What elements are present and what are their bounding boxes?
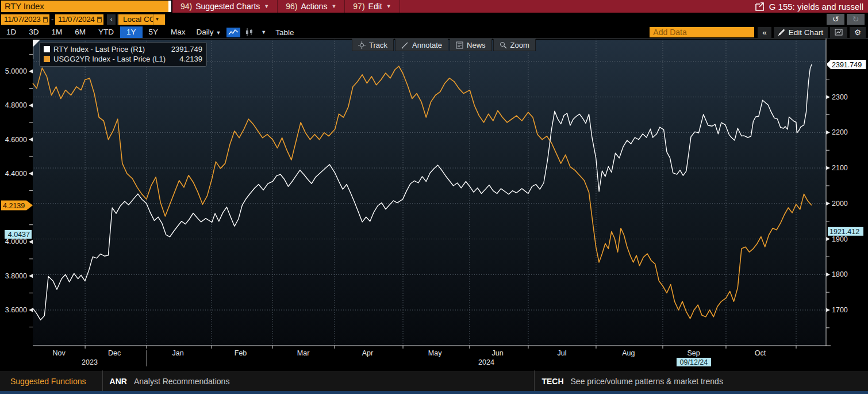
tab-1d[interactable]: 1D	[0, 26, 22, 38]
suggested-functions-bar: Suggested Functions ANR Analyst Recommen…	[0, 370, 868, 391]
chart-area[interactable]: 5.00004.80004.60004.40004.00003.80003.60…	[0, 38, 868, 368]
month-label: Mar	[297, 349, 310, 357]
add-data-input[interactable]: Add Data	[650, 27, 754, 37]
legend-row-rty: RTY Index - Last Price (R1) 2391.749	[44, 44, 202, 54]
currency-dropdown-arrow[interactable]: ▼	[153, 14, 161, 25]
left-axis-label: 3.8000	[5, 272, 27, 280]
right-axis-label: 2000	[832, 200, 848, 208]
right-tick-arrow	[826, 131, 830, 135]
menu-edit[interactable]: 97) Edit ▼	[345, 0, 400, 13]
chart-type-dropdown-arrow[interactable]: ▼	[258, 29, 270, 35]
collapse-panel-button[interactable]: «	[758, 27, 771, 38]
tracked-date-label: 09/12/24	[680, 358, 708, 366]
right-tick-arrow	[826, 308, 830, 312]
date-bar: 11/07/2023 - 11/07/2024 ‹ › Local CCY ▼ …	[0, 13, 868, 26]
right-tick-arrow	[826, 273, 830, 277]
usgg2yr-legend-label: USGG2YR Index - Last Price (L1)	[53, 55, 166, 63]
settings-button[interactable]: ⚙	[850, 27, 866, 38]
menu-label: Suggested Charts	[195, 2, 260, 11]
security-input[interactable]: RTY Index	[1, 1, 171, 12]
line-chart-type-button[interactable]	[226, 28, 240, 37]
tab-1m[interactable]: 1M	[45, 26, 69, 38]
menu-bar: 94) Suggested Charts ▼ 96) Actions ▼ 97)…	[172, 0, 868, 13]
month-label: Dec	[108, 349, 121, 357]
left-axis-label: 4.6000	[5, 136, 27, 144]
tab-max[interactable]: Max	[164, 26, 192, 38]
rty-last-price-value: 2391.749	[832, 61, 862, 69]
redo-icon: ↻	[852, 14, 859, 24]
tab-6m[interactable]: 6M	[68, 26, 92, 38]
left-axis-label: 5.0000	[5, 67, 27, 75]
annotate-pencil-icon	[401, 41, 409, 49]
track-button[interactable]: Track	[352, 39, 394, 51]
calendar-icon[interactable]	[43, 17, 48, 22]
start-date-field[interactable]: 11/07/2023	[1, 14, 49, 25]
left-tick-arrow	[29, 240, 33, 244]
left-tick-arrow	[29, 70, 33, 74]
month-label: Jun	[492, 349, 504, 357]
undo-button[interactable]: ↺	[827, 14, 844, 25]
menu-number: 97)	[353, 2, 364, 11]
chart-legend[interactable]: RTY Index - Last Price (R1) 2391.749 USG…	[39, 42, 207, 67]
menu-suggested-charts[interactable]: 94) Suggested Charts ▼	[172, 0, 278, 13]
menu-label: Edit	[368, 2, 382, 11]
redo-button[interactable]: ↻	[847, 14, 865, 25]
prev-period-button[interactable]: ‹	[107, 14, 116, 25]
tab-5y[interactable]: 5Y	[143, 26, 165, 38]
month-label: Jul	[557, 349, 566, 357]
plot-background	[33, 40, 826, 346]
title-bar: RTY Index 94) Suggested Charts ▼ 96) Act…	[0, 0, 868, 13]
end-date-field[interactable]: 11/07/2024	[55, 14, 103, 25]
table-button[interactable]: Table	[270, 28, 299, 37]
left-axis-label: 4.4000	[5, 170, 27, 178]
right-axis-label: 2100	[832, 164, 848, 172]
anr-description: Analyst Recommendations	[134, 377, 230, 386]
chevron-left-icon: ‹	[110, 16, 113, 22]
divider	[534, 370, 535, 392]
right-tick-arrow	[826, 95, 830, 99]
left-axis-label: 3.6000	[5, 306, 27, 314]
edit-chart-button[interactable]: Edit Chart	[774, 27, 828, 38]
chevron-down-icon: ▼	[331, 3, 336, 9]
tab-3d[interactable]: 3D	[22, 26, 45, 38]
bloomberg-terminal-window: RTY Index 94) Suggested Charts ▼ 96) Act…	[0, 0, 868, 394]
end-date-value: 11/07/2024	[58, 14, 95, 25]
edit-chart-label: Edit Chart	[789, 28, 823, 37]
chevron-down-icon: ▼	[386, 3, 391, 9]
right-axis-label: 1800	[832, 270, 848, 278]
menu-actions[interactable]: 96) Actions ▼	[278, 0, 345, 13]
period-toolbar: 1D 3D 1M 6M YTD 1Y 5Y Max Daily ▼ ▼ Tabl…	[0, 26, 868, 38]
month-label: Sep	[687, 349, 700, 357]
zoom-label: Zoom	[510, 41, 529, 49]
anr-function-link[interactable]: ANR	[110, 377, 127, 386]
month-label: Apr	[362, 349, 373, 357]
year-label: 2024	[478, 358, 494, 366]
zoom-button[interactable]: Zoom	[493, 39, 536, 51]
chart-annotations-button[interactable]	[830, 27, 847, 38]
usgg2yr-legend-value: 4.2139	[175, 55, 202, 63]
news-icon	[456, 41, 463, 49]
left-tick-arrow	[29, 274, 33, 278]
export-icon[interactable]	[755, 2, 764, 11]
right-tick-arrow	[826, 237, 830, 241]
tab-ytd[interactable]: YTD	[92, 26, 120, 38]
calendar-icon[interactable]	[97, 17, 102, 22]
line-chart-icon	[228, 29, 239, 36]
usgg2yr-swatch	[44, 56, 50, 62]
gear-icon: ⚙	[854, 28, 861, 37]
news-button[interactable]: News	[450, 39, 492, 51]
left-tick-arrow	[29, 308, 33, 312]
candlestick-chart-type-button[interactable]	[243, 28, 256, 37]
annotate-button[interactable]: Annotate	[395, 39, 448, 51]
rty-legend-label: RTY Index - Last Price (R1)	[53, 45, 145, 53]
price-chart-canvas[interactable]: 5.00004.80004.60004.40004.00003.80003.60…	[0, 39, 868, 369]
legend-row-usgg2yr: USGG2YR Index - Last Price (L1) 4.2139	[44, 54, 202, 64]
chevron-down-icon: ▼	[216, 30, 221, 36]
frequency-select[interactable]: Daily ▼	[192, 26, 226, 38]
candlestick-icon	[245, 28, 254, 36]
tab-1y-selected[interactable]: 1Y	[120, 26, 143, 38]
tech-function-link[interactable]: TECH	[541, 377, 563, 386]
chart-title-area: G 155: yields and russell	[755, 2, 868, 12]
right-axis-label: 2300	[832, 93, 848, 101]
menu-number: 96)	[286, 2, 297, 11]
